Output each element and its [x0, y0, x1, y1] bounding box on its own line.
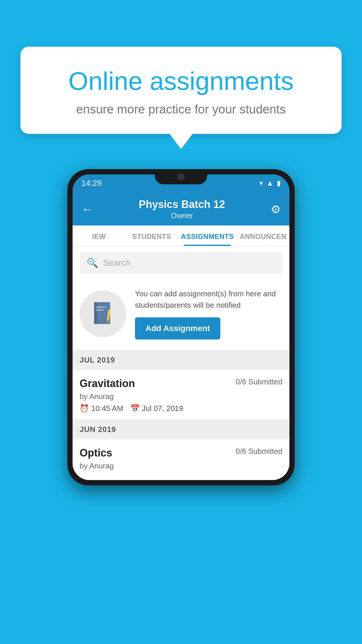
svg-rect-3: [96, 309, 104, 311]
assignment-meta: ⏰ 10:45 AM 📅 Jul 07, 2019: [80, 404, 282, 413]
svg-rect-2: [96, 307, 106, 308]
settings-icon[interactable]: ⚙: [271, 203, 281, 216]
tab-iew[interactable]: IEW: [73, 225, 125, 246]
info-text-block: You can add assignment(s) from here and …: [135, 288, 282, 340]
status-time: 14:29: [81, 178, 102, 188]
tab-assignments[interactable]: ASSIGNMENTS: [178, 225, 237, 246]
promo-card: Online assignments ensure more practice …: [20, 47, 342, 134]
bubble-subtitle: ensure more practice for your students: [44, 102, 318, 116]
assignment-item-gravitation[interactable]: Gravitation 0/6 Submitted by Anurag ⏰ 10…: [73, 370, 289, 420]
assignment-submitted: 0/6 Submitted: [236, 377, 282, 386]
search-bar[interactable]: 🔍 Search: [80, 252, 282, 274]
section-jul-2019: JUL 2019: [73, 350, 289, 370]
battery-icon: ▮: [277, 179, 281, 187]
section-jun-2019: JUN 2019: [73, 420, 289, 439]
assignment-name-optics: Optics: [80, 447, 112, 459]
info-icon-circle: [80, 290, 126, 337]
app-header: ← Physics Batch 12 Owner ⚙: [73, 192, 289, 225]
info-card: You can add assignment(s) from here and …: [73, 279, 289, 350]
assignment-submitted-optics: 0/6 Submitted: [236, 447, 282, 456]
info-description: You can add assignment(s) from here and …: [135, 288, 282, 311]
assignment-by: by Anurag: [80, 392, 282, 401]
add-assignment-button[interactable]: Add Assignment: [135, 317, 220, 340]
assignment-item-optics[interactable]: Optics 0/6 Submitted by Anurag: [73, 439, 289, 480]
tab-bar: IEW STUDENTS ASSIGNMENTS ANNOUNCEN: [73, 225, 289, 246]
tab-students[interactable]: STUDENTS: [125, 225, 178, 246]
notebook-icon: [91, 301, 115, 327]
phone-mockup: 14:29 ▾ ▲ ▮ ← Physics Batch 12 Owner ⚙ I…: [67, 169, 295, 485]
clock-icon: ⏰: [80, 404, 89, 413]
search-placeholder: Search: [103, 258, 131, 268]
bubble-title: Online assignments: [44, 67, 318, 95]
search-icon: 🔍: [87, 257, 98, 268]
back-button[interactable]: ←: [81, 203, 93, 216]
header-title-block: Physics Batch 12 Owner: [93, 198, 271, 220]
speech-bubble: Online assignments ensure more practice …: [20, 47, 342, 134]
assignment-by-optics: by Anurag: [80, 461, 282, 470]
batch-title: Physics Batch 12: [93, 198, 271, 211]
batch-subtitle: Owner: [93, 211, 271, 220]
phone-frame: 14:29 ▾ ▲ ▮ ← Physics Batch 12 Owner ⚙ I…: [67, 169, 295, 485]
phone-screen: 14:29 ▾ ▲ ▮ ← Physics Batch 12 Owner ⚙ I…: [73, 174, 289, 480]
calendar-icon: 📅: [130, 404, 140, 413]
search-bar-wrapper: 🔍 Search: [73, 246, 289, 279]
assignment-row1-optics: Optics 0/6 Submitted: [80, 447, 282, 459]
date-value: Jul 07, 2019: [142, 404, 183, 413]
assignment-name: Gravitation: [80, 377, 135, 390]
camera: [178, 174, 184, 180]
time-value: 10:45 AM: [91, 404, 123, 413]
tab-announcements[interactable]: ANNOUNCEN: [237, 225, 289, 246]
date-meta: 📅 Jul 07, 2019: [130, 404, 183, 413]
wifi-icon: ▾: [259, 179, 263, 187]
assignment-row1: Gravitation 0/6 Submitted: [80, 377, 282, 390]
signal-icon: ▲: [266, 179, 273, 187]
status-icons: ▾ ▲ ▮: [259, 179, 281, 187]
svg-rect-1: [94, 302, 97, 324]
time-meta: ⏰ 10:45 AM: [80, 404, 123, 413]
notch: [155, 169, 207, 184]
